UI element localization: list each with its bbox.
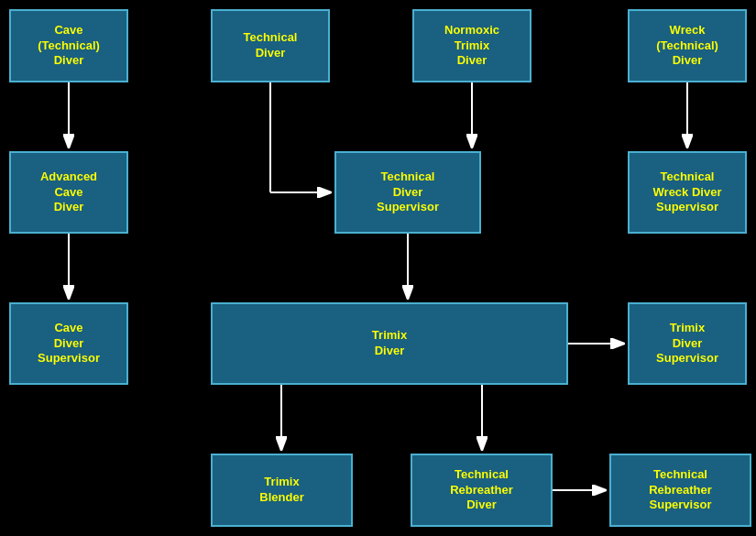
trimix-diver-supervisor-box: TrimixDiverSupervisor <box>628 302 747 385</box>
cave-diver-supervisor-box: CaveDiverSupervisor <box>9 302 128 385</box>
technical-rebreather-supervisor-box: TechnicalRebreatherSupervisor <box>609 454 751 527</box>
advanced-cave-diver-label: AdvancedCaveDiver <box>40 170 97 216</box>
trimix-blender-label: TrimixBlender <box>259 475 303 506</box>
normoxic-trimix-diver-label: NormoxicTrimixDiver <box>444 23 499 70</box>
technical-rebreather-supervisor-label: TechnicalRebreatherSupervisor <box>649 467 712 514</box>
wreck-technical-diver-label: Wreck(Technical)Diver <box>656 23 718 70</box>
technical-rebreather-diver-label: TechnicalRebreatherDiver <box>450 467 513 514</box>
trimix-diver-box: TrimixDiver <box>211 302 568 385</box>
technical-diver-supervisor-label: TechnicalDiverSupervisor <box>377 170 439 216</box>
normoxic-trimix-diver-box: NormoxicTrimixDiver <box>412 9 531 82</box>
cave-diver-supervisor-label: CaveDiverSupervisor <box>38 321 100 367</box>
technical-wreck-diver-supervisor-box: TechnicalWreck DiverSupervisor <box>628 151 747 234</box>
technical-wreck-diver-supervisor-label: TechnicalWreck DiverSupervisor <box>653 170 722 216</box>
technical-diver-supervisor-box: TechnicalDiverSupervisor <box>334 151 481 234</box>
trimix-diver-label: TrimixDiver <box>372 328 407 359</box>
technical-rebreather-diver-box: TechnicalRebreatherDiver <box>411 454 553 527</box>
technical-diver-label: TechnicalDiver <box>243 30 297 61</box>
trimix-diver-supervisor-label: TrimixDiverSupervisor <box>656 321 718 367</box>
cave-technical-diver-label: Cave(Technical)Diver <box>38 23 100 70</box>
cave-technical-diver-box: Cave(Technical)Diver <box>9 9 128 82</box>
trimix-blender-box: TrimixBlender <box>211 454 353 527</box>
advanced-cave-diver-box: AdvancedCaveDiver <box>9 151 128 234</box>
technical-diver-box: TechnicalDiver <box>211 9 330 82</box>
wreck-technical-diver-box: Wreck(Technical)Diver <box>628 9 747 82</box>
